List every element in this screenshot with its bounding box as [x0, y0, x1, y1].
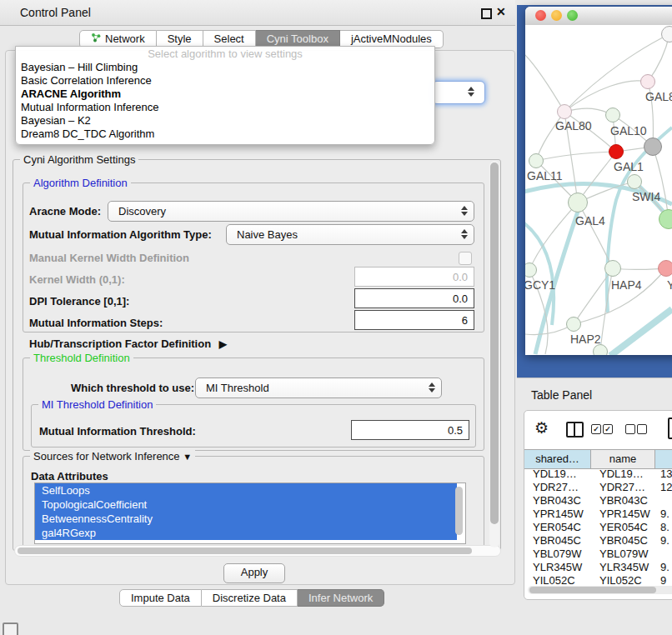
- table-cell: YPR145W: [524, 508, 591, 521]
- tab-impute-data[interactable]: Impute Data: [119, 589, 202, 607]
- tab-discretize-data[interactable]: Discretize Data: [202, 589, 298, 607]
- algorithm-definition-title: Algorithm Definition: [30, 177, 131, 189]
- table-row[interactable]: YLR345WYLR345W9.: [524, 561, 672, 574]
- table-row[interactable]: YBR045CYBR045C9.: [524, 534, 672, 548]
- table-rows: YDL19…YDL19…13YDR27…YDR27…12YBR043CYBR04…: [524, 468, 672, 584]
- table-cell: 8.: [655, 521, 672, 534]
- table-cell: YIL052C: [524, 574, 591, 584]
- attribute-item-topologicalcoefficient[interactable]: TopologicalCoefficient: [35, 498, 457, 512]
- node-label-swi4: SWI4: [632, 190, 660, 203]
- network-node-gal1[interactable]: [609, 144, 624, 159]
- settings-vscroll-thumb[interactable]: [490, 162, 499, 524]
- kernel-width-field[interactable]: 0.0: [354, 267, 474, 287]
- network-node-gal11[interactable]: [529, 153, 544, 168]
- dropdown-item-aracne-algorithm[interactable]: ARACNE Algorithm: [16, 88, 434, 101]
- tab-infer-network[interactable]: Infer Network: [298, 589, 384, 607]
- table-row[interactable]: YBR043CYBR043C: [524, 494, 672, 508]
- network-icon: [91, 31, 101, 48]
- deselect-all-checkbox-icon[interactable]: [637, 424, 647, 434]
- apply-button[interactable]: Apply: [223, 563, 285, 583]
- table-cell: 12: [655, 481, 672, 494]
- network-node-y[interactable]: [658, 260, 672, 277]
- mi-algorithm-type-label: Mutual Information Algorithm Type:: [29, 224, 212, 245]
- which-threshold-select[interactable]: MI Threshold: [195, 378, 442, 398]
- table-row[interactable]: YER054CYER054C8.: [524, 521, 672, 534]
- deselect-all-checkbox-icon[interactable]: [625, 424, 635, 434]
- split-view-icon[interactable]: [566, 422, 584, 438]
- close-window-icon[interactable]: [535, 10, 546, 21]
- select-all-checkbox-icon[interactable]: ✓: [603, 424, 613, 434]
- export-table-icon[interactable]: [668, 418, 672, 439]
- aracne-mode-label: Aracne Mode:: [29, 201, 101, 222]
- node-label-gal4: GAL4: [575, 214, 605, 228]
- table-toolbar: ⚙ ✓ ✓: [524, 411, 672, 449]
- settings-hscroll-thumb[interactable]: [18, 548, 472, 554]
- column-header-name[interactable]: name: [591, 450, 655, 468]
- network-canvas[interactable]: GAL8GAL80GAL10GAL1GAL11SWI4GAL4GCY1HAP4Y…: [525, 25, 672, 355]
- table-hscroll-thumb[interactable]: [529, 587, 656, 593]
- table-row[interactable]: YIL052CYIL052C9: [524, 574, 672, 584]
- network-node-swi4[interactable]: [627, 174, 642, 189]
- network-node[interactable]: [644, 138, 662, 156]
- column-header-shared[interactable]: shared…: [524, 450, 591, 468]
- table-horizontal-scrollbar[interactable]: [528, 586, 672, 594]
- control-panel-titlebar: Control Panel ✕: [0, 0, 515, 26]
- network-node[interactable]: [661, 26, 672, 42]
- table-row[interactable]: YBL079WYBL079W: [524, 548, 672, 561]
- minimize-window-icon[interactable]: [551, 10, 562, 21]
- network-node-gal4[interactable]: [568, 192, 588, 212]
- select-all-checkbox-icon[interactable]: ✓: [591, 424, 601, 434]
- dropdown-item-mutual-information-inference[interactable]: Mutual Information Inference: [16, 101, 434, 114]
- network-node-hap4[interactable]: [604, 260, 621, 277]
- which-threshold-value: MI Threshold: [206, 382, 269, 394]
- manual-kernel-width-checkbox[interactable]: [459, 252, 472, 265]
- tab-label: Cyni Toolbox: [267, 31, 328, 48]
- mi-algorithm-type-select[interactable]: Naive Bayes: [226, 224, 474, 245]
- dropdown-item-bayesian-hill-climbing[interactable]: Bayesian – Hill Climbing: [16, 61, 434, 74]
- dropdown-placeholder: Select algorithm to view settings: [16, 47, 434, 61]
- network-view-window[interactable]: GAL8GAL80GAL10GAL1GAL11SWI4GAL4GCY1HAP4Y…: [525, 7, 672, 355]
- settings-vertical-scrollbar[interactable]: [489, 161, 499, 548]
- network-node-gal10[interactable]: [605, 108, 620, 122]
- table-cell: YLR345W: [524, 561, 591, 574]
- network-node-gal8[interactable]: [640, 74, 655, 89]
- restore-panel-icon[interactable]: [3, 622, 18, 635]
- algorithm-combobox-fragment[interactable]: [432, 81, 485, 104]
- attribute-item-betweennesscentrality[interactable]: BetweennessCentrality: [35, 512, 457, 526]
- network-node-gal80[interactable]: [557, 104, 572, 119]
- column-header-extra[interactable]: [655, 450, 672, 468]
- table-cell: YBR045C: [591, 534, 655, 548]
- dropdown-item-bayesian-k2[interactable]: Bayesian – K2: [16, 114, 434, 128]
- table-row[interactable]: YDR27…YDR27…12: [524, 481, 672, 494]
- table-cell: 13: [655, 468, 672, 481]
- settings-horizontal-scrollbar[interactable]: [14, 545, 501, 557]
- node-label-hap4: HAP4: [611, 278, 642, 292]
- mi-algorithm-type-value: Naive Bayes: [237, 228, 298, 241]
- dropdown-item-dream8-dc-tdc-algorithm[interactable]: Dream8 DC_TDC Algorithm: [16, 128, 434, 141]
- float-panel-icon[interactable]: [481, 8, 492, 19]
- data-attributes-list[interactable]: SelfLoopsTopologicalCoefficientBetweenne…: [34, 482, 466, 544]
- dpi-tolerance-field[interactable]: 0.0: [354, 288, 474, 308]
- table-cell: 9.: [655, 508, 672, 521]
- dropdown-item-basic-correlation-inference[interactable]: Basic Correlation Inference: [16, 74, 434, 88]
- zoom-window-icon[interactable]: [567, 10, 578, 21]
- gear-icon[interactable]: ⚙: [534, 418, 549, 438]
- attribute-item-gal4rgexp[interactable]: gal4RGexp: [35, 526, 457, 540]
- table-cell: YDL19…: [591, 468, 655, 481]
- mi-steps-field[interactable]: 6: [354, 310, 474, 330]
- sources-title[interactable]: Sources for Network Inference ▼: [30, 450, 195, 462]
- cyni-algorithm-settings-title: Cyni Algorithm Settings: [20, 153, 138, 166]
- network-node[interactable]: [593, 344, 608, 355]
- network-node-hap2[interactable]: [566, 317, 581, 332]
- table-cell: YBR043C: [591, 494, 655, 508]
- attributes-scrollbar[interactable]: [455, 487, 463, 535]
- aracne-mode-select[interactable]: Discovery: [108, 201, 474, 222]
- network-window-titlebar[interactable]: [525, 7, 672, 26]
- table-row[interactable]: YDL19…YDL19…13: [524, 468, 672, 481]
- attribute-item-selfloops[interactable]: SelfLoops: [35, 483, 457, 498]
- table-panel-title: Table Panel: [531, 388, 592, 402]
- table-row[interactable]: YPR145WYPR145W9.: [524, 508, 672, 521]
- mi-threshold-field[interactable]: 0.5: [351, 420, 469, 440]
- close-panel-icon[interactable]: ✕: [496, 5, 506, 18]
- dpi-tolerance-label: DPI Tolerance [0,1]:: [29, 291, 129, 312]
